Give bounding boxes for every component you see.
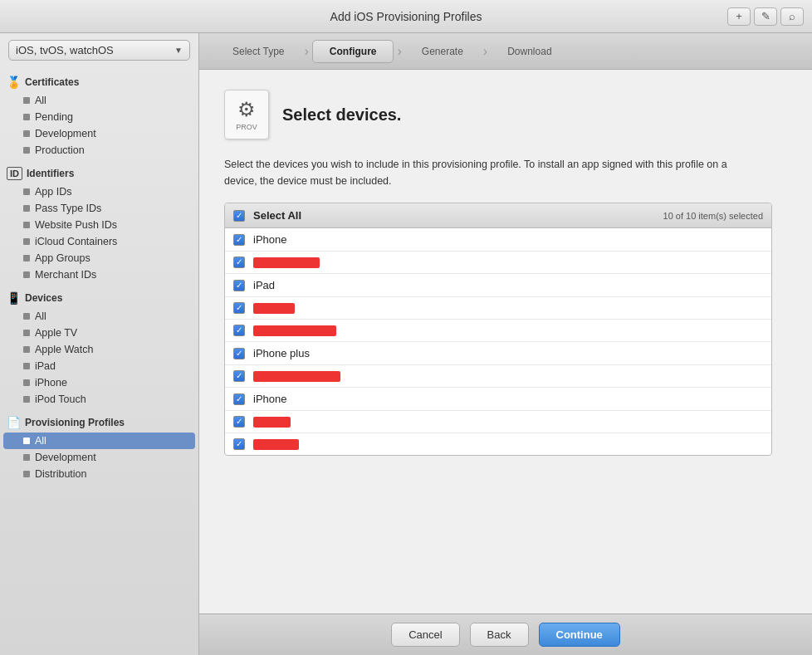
titlebar: Add iOS Provisioning Profiles + ✎ ⌕ <box>0 0 812 33</box>
device-list-container: ✓ Select All 10 of 10 item(s) selected ✓… <box>224 203 772 456</box>
device-checkbox[interactable]: ✓ <box>233 280 245 291</box>
sidebar-item-apple-tv[interactable]: Apple TV <box>0 325 198 341</box>
step-select-type[interactable]: Select Type <box>216 41 301 62</box>
sidebar-item-pass-type-ids[interactable]: Pass Type IDs <box>0 200 198 217</box>
sidebar-item-cert-all[interactable]: All <box>0 92 198 109</box>
sidebar-item-cert-pending[interactable]: Pending <box>0 109 198 125</box>
sidebar-section-provisioning: 📄 Provisioning Profiles All Development … <box>0 413 198 482</box>
back-button[interactable]: Back <box>470 623 529 647</box>
step-download[interactable]: Download <box>491 41 568 62</box>
device-checkbox[interactable]: ✓ <box>233 438 245 450</box>
device-row[interactable]: ✓ <box>225 320 771 342</box>
device-list-header: ✓ Select All 10 of 10 item(s) selected <box>225 203 771 228</box>
continue-button[interactable]: Continue <box>539 623 620 647</box>
device-row[interactable]: ✓ iPhone plus <box>225 342 771 365</box>
device-row[interactable]: ✓ <box>225 365 771 388</box>
platform-dropdown[interactable]: iOS, tvOS, watchOS ▼ <box>8 40 190 61</box>
sidebar-item-provisioning-development[interactable]: Development <box>0 449 198 466</box>
step-label: Configure <box>330 46 377 57</box>
sidebar-item-label: Production <box>35 144 85 156</box>
sidebar-item-label: App IDs <box>35 186 71 198</box>
device-row[interactable]: ✓ <box>225 433 771 455</box>
certificates-icon: 🏅 <box>7 76 21 89</box>
sidebar-item-icloud-containers[interactable]: iCloud Containers <box>0 233 198 250</box>
devices-label: Devices <box>25 292 62 304</box>
sidebar-section-certificates: 🏅 Certificates All Pending Development P… <box>0 72 198 159</box>
provisioning-icon: 📄 <box>7 416 21 429</box>
check-icon: ✓ <box>236 418 242 426</box>
platform-label: iOS, tvOS, watchOS <box>16 44 169 56</box>
bullet-icon <box>23 188 30 195</box>
titlebar-title: Add iOS Provisioning Profiles <box>330 10 482 23</box>
device-checkbox[interactable]: ✓ <box>233 370 245 382</box>
sidebar-item-website-push-ids[interactable]: Website Push IDs <box>0 217 198 233</box>
select-all-checkbox[interactable]: ✓ <box>233 210 245 222</box>
steps-bar: Select Type › Configure › Generate › Dow… <box>199 33 812 70</box>
sidebar-item-ipad[interactable]: iPad <box>0 358 198 374</box>
sidebar-item-label: iPad <box>35 360 56 372</box>
device-name-redacted <box>253 417 291 428</box>
device-checkbox[interactable]: ✓ <box>233 302 245 314</box>
check-icon: ✓ <box>236 304 242 312</box>
search-button[interactable]: ⌕ <box>780 7 804 26</box>
sidebar-item-label: Development <box>35 128 96 139</box>
bullet-icon <box>23 255 30 262</box>
device-checkbox[interactable]: ✓ <box>233 416 245 428</box>
sidebar-item-cert-development[interactable]: Development <box>0 125 198 142</box>
device-checkbox[interactable]: ✓ <box>233 234 245 246</box>
sidebar-item-label: Apple Watch <box>35 344 93 355</box>
device-row[interactable]: ✓ <box>225 297 771 320</box>
cancel-button[interactable]: Cancel <box>391 623 459 647</box>
devices-header: 📱 Devices <box>0 288 198 308</box>
sidebar-item-label: Pass Type IDs <box>35 203 101 214</box>
device-checkbox[interactable]: ✓ <box>233 325 245 336</box>
bullet-icon <box>23 147 30 154</box>
sidebar-section-identifiers: ID Identifiers App IDs Pass Type IDs Web… <box>0 164 198 283</box>
sidebar: iOS, tvOS, watchOS ▼ 🏅 Certificates All … <box>0 33 199 655</box>
device-name-redacted <box>253 257 320 268</box>
bullet-icon <box>23 313 30 320</box>
device-checkbox[interactable]: ✓ <box>233 348 245 359</box>
sidebar-item-cert-production[interactable]: Production <box>0 142 198 159</box>
bullet-icon <box>23 346 30 353</box>
edit-button[interactable]: ✎ <box>754 7 777 26</box>
check-icon: ✓ <box>236 326 242 335</box>
sidebar-item-devices-all[interactable]: All <box>0 308 198 325</box>
device-row[interactable]: ✓ iPad <box>225 274 771 297</box>
check-icon: ✓ <box>236 258 242 266</box>
page-header: ⚙ PROV Select devices. <box>224 90 787 139</box>
bullet-icon <box>23 271 30 278</box>
step-configure[interactable]: Configure <box>312 40 394 63</box>
sidebar-item-label: iPhone <box>35 377 67 389</box>
check-icon: ✓ <box>236 236 242 244</box>
bullet-icon <box>23 471 30 477</box>
sidebar-item-ipod-touch[interactable]: iPod Touch <box>0 391 198 408</box>
device-row[interactable]: ✓ iPhone <box>225 228 771 252</box>
titlebar-buttons: + ✎ ⌕ <box>727 7 804 26</box>
device-name-redacted <box>253 303 295 314</box>
sidebar-item-label: Merchant IDs <box>35 269 96 281</box>
add-button[interactable]: + <box>727 7 751 26</box>
sidebar-section-devices: 📱 Devices All Apple TV Apple Watch iPad <box>0 288 198 408</box>
footer: Cancel Back Continue <box>199 613 812 655</box>
sidebar-item-iphone[interactable]: iPhone <box>0 374 198 391</box>
device-checkbox[interactable]: ✓ <box>233 257 245 268</box>
step-generate[interactable]: Generate <box>405 41 480 62</box>
sidebar-item-app-ids[interactable]: App IDs <box>0 183 198 200</box>
check-icon: ✓ <box>236 281 242 290</box>
device-name: iPhone <box>253 393 286 405</box>
device-name-redacted <box>253 371 340 382</box>
provisioning-label: Provisioning Profiles <box>25 417 125 428</box>
device-row[interactable]: ✓ <box>225 252 771 274</box>
sidebar-item-app-groups[interactable]: App Groups <box>0 250 198 266</box>
device-name: iPhone <box>253 233 286 246</box>
device-row[interactable]: ✓ iPhone <box>225 388 771 411</box>
sidebar-item-merchant-ids[interactable]: Merchant IDs <box>0 266 198 283</box>
bullet-icon <box>23 379 30 386</box>
sidebar-item-provisioning-distribution[interactable]: Distribution <box>0 466 198 482</box>
sidebar-item-provisioning-all[interactable]: All <box>3 433 195 449</box>
page-description: Select the devices you wish to include i… <box>224 156 756 189</box>
sidebar-item-apple-watch[interactable]: Apple Watch <box>0 341 198 358</box>
device-checkbox[interactable]: ✓ <box>233 393 245 405</box>
device-row[interactable]: ✓ <box>225 411 771 433</box>
